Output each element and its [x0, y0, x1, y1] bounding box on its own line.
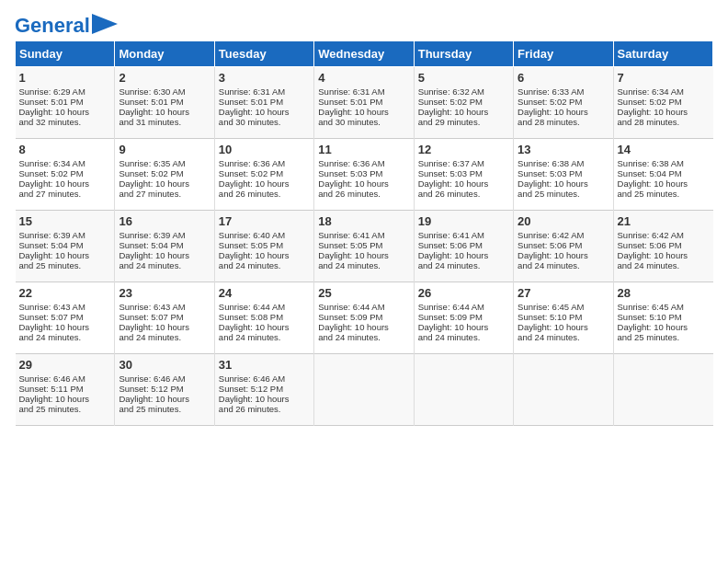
day-info-line: Sunset: 5:06 PM: [518, 240, 609, 250]
day-info-line: and 26 minutes.: [219, 404, 310, 414]
day-cell: 25Sunrise: 6:44 AMSunset: 5:09 PMDayligh…: [314, 282, 414, 354]
day-info-line: Sunset: 5:06 PM: [618, 240, 710, 250]
day-cell: 6Sunrise: 6:33 AMSunset: 5:02 PMDaylight…: [514, 67, 613, 139]
day-number: 21: [618, 214, 710, 228]
day-info-line: Sunset: 5:02 PM: [19, 168, 111, 178]
day-info-line: Sunset: 5:01 PM: [19, 97, 111, 107]
day-info-line: Sunrise: 6:43 AM: [119, 302, 210, 312]
week-row-1: 1Sunrise: 6:29 AMSunset: 5:01 PMDaylight…: [16, 67, 713, 139]
day-cell: [414, 354, 513, 426]
day-info-line: Sunrise: 6:46 AM: [19, 373, 111, 384]
day-info-line: and 25 minutes.: [19, 404, 111, 414]
day-cell: 7Sunrise: 6:34 AMSunset: 5:02 PMDaylight…: [613, 67, 712, 139]
day-number: 13: [518, 143, 609, 156]
day-info-line: and 24 minutes.: [219, 332, 310, 342]
day-info-line: Sunset: 5:02 PM: [219, 168, 310, 178]
day-info-line: and 26 minutes.: [318, 189, 409, 199]
day-number: 17: [219, 214, 310, 228]
day-cell: [613, 354, 712, 426]
day-info-line: Sunset: 5:02 PM: [518, 97, 609, 107]
day-info-line: Daylight: 10 hours: [418, 107, 509, 117]
day-info-line: and 25 minutes.: [518, 189, 609, 199]
day-cell: [314, 354, 414, 426]
day-number: 8: [19, 143, 111, 156]
day-info-line: Daylight: 10 hours: [618, 322, 710, 332]
day-cell: 31Sunrise: 6:46 AMSunset: 5:12 PMDayligh…: [214, 354, 313, 426]
day-info-line: Sunset: 5:06 PM: [418, 240, 509, 250]
day-info-line: Daylight: 10 hours: [119, 322, 210, 332]
day-info-line: Daylight: 10 hours: [19, 107, 111, 117]
day-info-line: Sunrise: 6:38 AM: [518, 158, 609, 168]
day-info-line: Sunrise: 6:40 AM: [219, 230, 310, 240]
day-number: 12: [418, 143, 509, 156]
day-number: 18: [318, 214, 409, 228]
day-info-line: and 24 minutes.: [618, 260, 710, 270]
day-info-line: Sunrise: 6:45 AM: [518, 302, 609, 312]
day-info-line: Sunrise: 6:42 AM: [618, 230, 710, 240]
day-info-line: and 28 minutes.: [518, 117, 609, 127]
day-cell: 1Sunrise: 6:29 AMSunset: 5:01 PMDaylight…: [16, 67, 115, 139]
day-info-line: Sunrise: 6:41 AM: [418, 230, 509, 240]
day-info-line: Sunrise: 6:39 AM: [19, 230, 111, 240]
day-info-line: and 26 minutes.: [219, 189, 310, 199]
day-info-line: Sunrise: 6:38 AM: [618, 158, 710, 168]
col-header-tuesday: Tuesday: [214, 41, 313, 67]
day-info-line: Daylight: 10 hours: [318, 107, 409, 117]
day-info-line: and 30 minutes.: [318, 117, 409, 127]
day-info-line: Sunset: 5:04 PM: [19, 240, 111, 250]
day-number: 5: [418, 71, 509, 85]
day-info-line: Daylight: 10 hours: [518, 178, 609, 189]
day-cell: 19Sunrise: 6:41 AMSunset: 5:06 PMDayligh…: [414, 211, 513, 282]
day-info-line: Sunset: 5:01 PM: [219, 97, 310, 107]
day-info-line: Daylight: 10 hours: [19, 178, 111, 189]
day-number: 6: [518, 71, 609, 85]
day-info-line: Daylight: 10 hours: [119, 107, 210, 117]
day-info-line: Sunset: 5:03 PM: [518, 168, 609, 178]
day-info-line: Sunset: 5:12 PM: [119, 384, 210, 394]
day-info-line: Sunrise: 6:35 AM: [119, 158, 210, 168]
day-info-line: Sunset: 5:03 PM: [418, 168, 509, 178]
week-row-4: 22Sunrise: 6:43 AMSunset: 5:07 PMDayligh…: [16, 282, 713, 354]
day-cell: 17Sunrise: 6:40 AMSunset: 5:05 PMDayligh…: [214, 211, 313, 282]
day-info-line: and 32 minutes.: [19, 117, 111, 127]
day-info-line: and 25 minutes.: [618, 189, 710, 199]
day-cell: 12Sunrise: 6:37 AMSunset: 5:03 PMDayligh…: [414, 139, 513, 211]
logo-arrow-icon: [92, 14, 118, 34]
day-info-line: Daylight: 10 hours: [119, 178, 210, 189]
day-info-line: and 24 minutes.: [119, 332, 210, 342]
day-number: 20: [518, 214, 609, 228]
day-number: 28: [618, 286, 710, 300]
day-cell: 5Sunrise: 6:32 AMSunset: 5:02 PMDaylight…: [414, 67, 513, 139]
day-cell: 3Sunrise: 6:31 AMSunset: 5:01 PMDaylight…: [214, 67, 313, 139]
header: General: [15, 11, 713, 33]
day-cell: 16Sunrise: 6:39 AMSunset: 5:04 PMDayligh…: [115, 211, 214, 282]
day-cell: 13Sunrise: 6:38 AMSunset: 5:03 PMDayligh…: [514, 139, 613, 211]
day-cell: 9Sunrise: 6:35 AMSunset: 5:02 PMDaylight…: [115, 139, 214, 211]
day-info-line: and 25 minutes.: [19, 260, 111, 270]
day-info-line: Sunset: 5:04 PM: [119, 240, 210, 250]
day-cell: 29Sunrise: 6:46 AMSunset: 5:11 PMDayligh…: [16, 354, 115, 426]
day-number: 10: [219, 143, 310, 156]
day-number: 7: [618, 71, 710, 85]
day-number: 9: [119, 143, 210, 156]
day-info-line: and 30 minutes.: [219, 117, 310, 127]
day-info-line: Sunrise: 6:39 AM: [119, 230, 210, 240]
day-info-line: Sunrise: 6:33 AM: [518, 86, 609, 97]
day-info-line: Daylight: 10 hours: [19, 250, 111, 260]
day-cell: 22Sunrise: 6:43 AMSunset: 5:07 PMDayligh…: [16, 282, 115, 354]
day-info-line: and 24 minutes.: [19, 332, 111, 342]
day-info-line: Sunset: 5:12 PM: [219, 384, 310, 394]
day-info-line: Sunset: 5:01 PM: [318, 97, 409, 107]
day-info-line: Sunset: 5:07 PM: [119, 312, 210, 322]
day-number: 14: [618, 143, 710, 156]
day-cell: [514, 354, 613, 426]
day-number: 24: [219, 286, 310, 300]
day-cell: 24Sunrise: 6:44 AMSunset: 5:08 PMDayligh…: [214, 282, 313, 354]
day-info-line: Daylight: 10 hours: [518, 250, 609, 260]
day-info-line: Sunrise: 6:44 AM: [318, 302, 409, 312]
day-cell: 2Sunrise: 6:30 AMSunset: 5:01 PMDaylight…: [115, 67, 214, 139]
day-info-line: Sunrise: 6:42 AM: [518, 230, 609, 240]
day-info-line: Sunrise: 6:36 AM: [318, 158, 409, 168]
day-info-line: Sunrise: 6:32 AM: [418, 86, 509, 97]
day-info-line: Sunrise: 6:34 AM: [618, 86, 710, 97]
